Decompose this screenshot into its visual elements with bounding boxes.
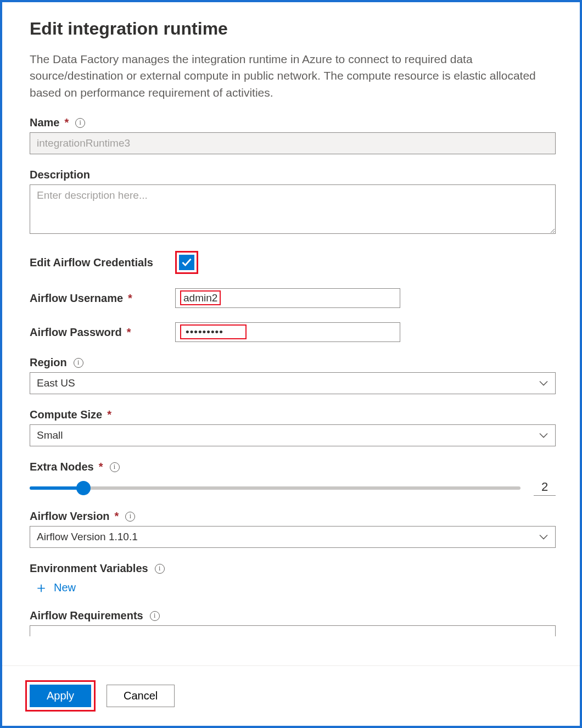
info-icon[interactable]: i [155, 564, 165, 574]
apply-button[interactable]: Apply [30, 685, 91, 707]
region-select[interactable]: East US [30, 372, 556, 394]
required-asterisk: * [128, 292, 132, 305]
check-icon [181, 257, 192, 268]
required-asterisk: * [99, 461, 103, 473]
password-label: Airflow Password * [30, 326, 175, 339]
info-icon[interactable]: i [74, 358, 83, 368]
slider-thumb[interactable] [76, 481, 91, 495]
page-description: The Data Factory manages the integration… [30, 51, 556, 101]
region-label: Region i [30, 356, 556, 369]
password-input[interactable]: ••••••••• [175, 322, 400, 342]
extra-nodes-label: Extra Nodes * i [30, 461, 556, 473]
info-icon[interactable]: i [110, 462, 120, 472]
compute-size-select[interactable]: Small [30, 424, 556, 446]
edit-credentials-label: Edit Airflow Credentials [30, 256, 175, 269]
region-field-block: Region i East US [30, 356, 556, 394]
name-field-block: Name * i [30, 116, 556, 154]
required-asterisk: * [107, 408, 111, 421]
page-title: Edit integration runtime [30, 19, 556, 39]
requirements-input[interactable] [30, 625, 556, 636]
description-textarea[interactable] [30, 184, 556, 234]
edit-credentials-row: Edit Airflow Credentials [30, 251, 556, 274]
info-icon[interactable]: i [150, 611, 160, 621]
env-vars-label: Environment Variables i [30, 562, 556, 575]
cancel-button[interactable]: Cancel [107, 685, 175, 707]
slider-fill [30, 486, 83, 490]
description-label: Description [30, 169, 556, 181]
username-input[interactable]: admin2 [175, 288, 400, 308]
name-input [30, 132, 556, 154]
requirements-label: Airflow Requirements i [30, 609, 556, 622]
version-label: Airflow Version * i [30, 510, 556, 523]
extra-nodes-block: Extra Nodes * i 2 [30, 461, 556, 496]
name-label: Name * i [30, 116, 556, 129]
footer-bar: Apply Cancel [2, 665, 580, 726]
requirements-block: Airflow Requirements i [30, 609, 556, 636]
description-field-block: Description [30, 169, 556, 237]
env-vars-block: Environment Variables i ＋ New [30, 562, 556, 595]
required-asterisk: * [115, 510, 119, 523]
version-field-block: Airflow Version * i Airflow Version 1.10… [30, 510, 556, 548]
compute-label: Compute Size * [30, 408, 556, 421]
extra-nodes-slider[interactable] [30, 486, 521, 490]
password-highlight: ••••••••• [180, 324, 247, 339]
info-icon[interactable]: i [125, 512, 135, 522]
add-env-var-button[interactable]: ＋ New [34, 580, 76, 595]
required-asterisk: * [64, 116, 69, 129]
airflow-version-select[interactable]: Airflow Version 1.10.1 [30, 526, 556, 548]
extra-nodes-value[interactable]: 2 [534, 480, 556, 496]
username-row: Airflow Username * admin2 [30, 288, 556, 308]
plus-icon: ＋ [34, 580, 48, 595]
edit-credentials-checkbox[interactable] [179, 255, 194, 270]
password-row: Airflow Password * ••••••••• [30, 322, 556, 342]
compute-field-block: Compute Size * Small [30, 408, 556, 446]
username-highlight: admin2 [180, 290, 221, 305]
username-label: Airflow Username * [30, 292, 175, 305]
required-asterisk: * [127, 326, 131, 339]
info-icon[interactable]: i [75, 118, 85, 128]
edit-runtime-panel: Edit integration runtime The Data Factor… [2, 2, 580, 665]
